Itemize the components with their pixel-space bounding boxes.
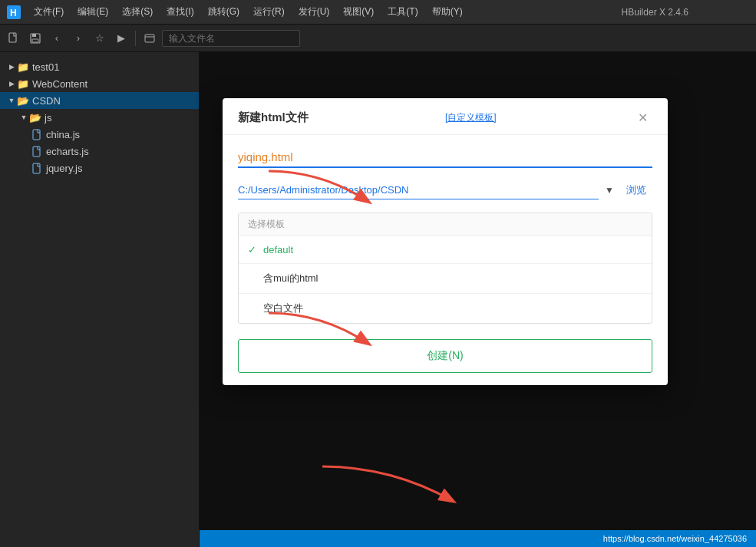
menu-find[interactable]: 查找(I)	[160, 4, 200, 20]
sidebar-item-label: china.js	[46, 129, 80, 140]
file-name-input[interactable]	[162, 30, 300, 47]
new-html-dialog: 新建html文件 [自定义模板] ✕ ▼ 浏览	[223, 98, 668, 385]
file-icon	[31, 128, 43, 140]
sidebar-item-test01[interactable]: ▶ 📁 test01	[0, 58, 199, 75]
template-label: 含mui的html	[263, 272, 319, 285]
sidebar-item-js[interactable]: ▼ 📂 js	[0, 109, 199, 126]
dialog-overlay: 新建html文件 [自定义模板] ✕ ▼ 浏览	[200, 52, 756, 547]
save-button[interactable]	[26, 29, 45, 48]
main-area: ▶ 📁 test01 ▶ 📁 WebContent ▼ 📂 CSDN ▼ 📂 j…	[0, 52, 756, 547]
app-title: HBuilder X 2.4.6	[622, 7, 750, 18]
browse-button[interactable]: 浏览	[620, 180, 652, 200]
content-area: 新建html文件 [自定义模板] ✕ ▼ 浏览	[200, 52, 756, 547]
check-icon: ✓	[248, 244, 263, 255]
back-button[interactable]: ‹	[48, 29, 66, 48]
filename-input[interactable]	[238, 147, 652, 168]
check-placeholder	[248, 273, 263, 285]
dialog-header: 新建html文件 [自定义模板] ✕	[223, 98, 668, 135]
path-dropdown-icon[interactable]: ▼	[605, 185, 614, 196]
toolbar-separator	[135, 31, 136, 46]
svg-rect-4	[32, 34, 36, 37]
template-section: 选择模板 ✓ default 含mui的html 空白文件	[238, 213, 652, 324]
menu-select[interactable]: 选择(S)	[116, 4, 159, 20]
svg-rect-10	[33, 163, 40, 173]
template-item-mui[interactable]: 含mui的html	[239, 264, 652, 294]
template-label: 空白文件	[263, 302, 303, 315]
template-label: default	[263, 244, 293, 255]
sidebar: ▶ 📁 test01 ▶ 📁 WebContent ▼ 📂 CSDN ▼ 📂 j…	[0, 52, 200, 547]
bookmark-button[interactable]: ☆	[91, 29, 109, 48]
folder-icon-open: 📂	[17, 94, 29, 107]
sidebar-item-label: jquery.js	[46, 163, 82, 174]
menu-bar: 文件(F) 编辑(E) 选择(S) 查找(I) 跳转(G) 运行(R) 发行(U…	[28, 4, 622, 20]
new-file-button[interactable]	[5, 29, 23, 48]
collapse-arrow: ▶	[6, 78, 17, 89]
svg-rect-8	[33, 130, 40, 140]
app-logo: H	[6, 5, 21, 20]
expand-arrow: ▼	[18, 112, 29, 123]
sidebar-item-jquery-js[interactable]: jquery.js	[0, 160, 199, 176]
status-url: https://blog.csdn.net/weixin_44275036	[603, 534, 747, 543]
template-item-blank[interactable]: 空白文件	[239, 294, 652, 323]
svg-rect-6	[145, 35, 154, 42]
check-placeholder	[248, 303, 263, 315]
run-button[interactable]: ▶	[112, 29, 130, 48]
create-button[interactable]: 创建(N)	[238, 339, 652, 373]
folder-icon-open: 📂	[29, 111, 41, 124]
dialog-close-button[interactable]: ✕	[633, 109, 652, 127]
menu-tools[interactable]: 工具(T)	[381, 4, 424, 20]
customize-template-link[interactable]: [自定义模板]	[445, 111, 497, 124]
sidebar-item-label: js	[45, 112, 51, 124]
template-section-label: 选择模板	[239, 213, 652, 236]
svg-text:H: H	[10, 8, 17, 18]
sidebar-item-csdn[interactable]: ▼ 📂 CSDN	[0, 92, 199, 109]
file-icon	[31, 162, 43, 174]
sidebar-item-label: test01	[32, 61, 59, 73]
path-input[interactable]	[238, 181, 599, 199]
menu-run[interactable]: 运行(R)	[247, 4, 291, 20]
path-section: ▼ 浏览	[238, 180, 652, 200]
dialog-body: ▼ 浏览 选择模板 ✓ default 含mui的html	[223, 135, 668, 385]
sidebar-item-webcontent[interactable]: ▶ 📁 WebContent	[0, 75, 199, 92]
explore-button[interactable]	[140, 29, 159, 48]
title-bar: H 文件(F) 编辑(E) 选择(S) 查找(I) 跳转(G) 运行(R) 发行…	[0, 0, 756, 25]
menu-edit[interactable]: 编辑(E)	[71, 4, 114, 20]
folder-icon: 📁	[17, 77, 29, 90]
collapse-arrow: ▶	[6, 61, 17, 72]
menu-jump[interactable]: 跳转(G)	[202, 4, 246, 20]
menu-publish[interactable]: 发行(U)	[292, 4, 336, 20]
filename-section	[238, 147, 652, 168]
menu-file[interactable]: 文件(F)	[28, 4, 70, 20]
template-item-default[interactable]: ✓ default	[239, 236, 652, 264]
menu-help[interactable]: 帮助(Y)	[426, 4, 469, 20]
forward-button[interactable]: ›	[69, 29, 87, 48]
sidebar-item-echarts-js[interactable]: echarts.js	[0, 143, 199, 160]
dialog-title: 新建html文件	[238, 110, 309, 125]
expand-arrow: ▼	[6, 95, 17, 106]
svg-rect-9	[33, 147, 40, 157]
sidebar-item-label: WebContent	[32, 78, 87, 90]
file-icon	[31, 145, 43, 157]
svg-rect-2	[9, 33, 16, 42]
sidebar-item-label: echarts.js	[46, 146, 89, 157]
svg-rect-5	[32, 39, 38, 42]
folder-icon: 📁	[17, 61, 29, 73]
status-bar: https://blog.csdn.net/weixin_44275036	[200, 530, 756, 547]
menu-view[interactable]: 视图(V)	[337, 4, 380, 20]
sidebar-item-china-js[interactable]: china.js	[0, 126, 199, 143]
sidebar-item-label: CSDN	[32, 95, 61, 107]
toolbar: ‹ › ☆ ▶	[0, 25, 756, 52]
